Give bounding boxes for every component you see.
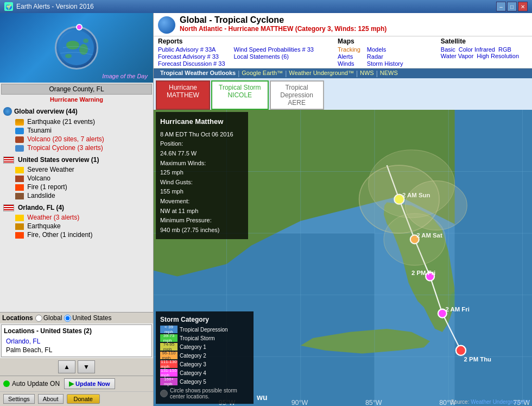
cat5-color: 166+mph <box>160 378 178 385</box>
weather-underground-link[interactable]: Weather Underground™ <box>287 70 356 77</box>
max-winds-value: 125 mph <box>160 168 244 178</box>
volcano-item[interactable]: Volcano (20 sites, 7 alerts) <box>2 135 151 143</box>
titlebar-title: Earth Alerts - Version 2016 <box>16 3 493 10</box>
position-label: Position: <box>160 139 244 149</box>
globe-area: Image of the Day <box>0 13 153 83</box>
high-resolution-link[interactable]: High Resolution <box>477 53 519 59</box>
orlando-header: Orlando, FL (4) <box>2 202 151 213</box>
us-overview-header: United States overview (1) <box>2 154 151 165</box>
image-of-day-label: Image of the Day <box>102 73 148 79</box>
tsunami-item[interactable]: Tsunami <box>2 126 151 135</box>
tropical-cyclone-item[interactable]: Tropical Cyclone (3 alerts) <box>2 143 151 152</box>
source-link[interactable]: Weather Underground™ <box>471 399 530 405</box>
forecast-advisory-link[interactable]: Forecast Advisory # 33 <box>158 53 225 60</box>
fire-item[interactable]: Fire (1 report) <box>2 183 151 191</box>
location-indicator <box>76 24 83 30</box>
legend-item-cat5: 166+mph Category 5 <box>160 378 249 385</box>
left-panel: Image of the Day Orange County, FL Hurri… <box>0 13 154 406</box>
warning-bar: Hurricane Warning <box>0 96 153 103</box>
top-header: Global - Tropical Cyclone North Atlantic… <box>154 13 532 36</box>
cat1-color: 74-95mph <box>160 343 178 351</box>
public-advisory-link[interactable]: Public Advisory # 33A <box>158 46 225 53</box>
bottom-controls: Auto Update ON ▶ Update Now <box>0 376 153 391</box>
google-earth-link[interactable]: Google Earth™ <box>239 70 285 77</box>
global-radio-option[interactable]: Global <box>35 314 62 322</box>
maps-col1: Tracking Alerts Winds <box>338 46 360 67</box>
nicole-tab-label: Tropical Storm NICOLE <box>219 84 261 99</box>
main-container: Image of the Day Orange County, FL Hurri… <box>0 13 532 406</box>
forecast-discussion-link[interactable]: Forecast Discussion # 33 <box>158 60 225 67</box>
minimize-button[interactable]: – <box>496 2 506 11</box>
storm-history-link[interactable]: Storm History <box>367 60 403 67</box>
locations-tab-bar: Locations Global United States <box>0 312 153 323</box>
close-button[interactable]: ✕ <box>518 2 528 11</box>
settings-button[interactable]: Settings <box>3 394 35 404</box>
news-link[interactable]: NEWS <box>378 70 400 77</box>
svg-point-1 <box>66 41 79 49</box>
play-icon: ▶ <box>69 380 74 388</box>
palm-beach-item[interactable]: Palm Beach, FL <box>4 346 149 354</box>
globe-icon <box>3 107 12 116</box>
water-vapor-link[interactable]: Water Vapor <box>441 53 474 59</box>
legend-item-cat1: 74-95mph Category 1 <box>160 343 249 351</box>
us-radio[interactable] <box>64 315 71 322</box>
svg-text:2 AM Fri: 2 AM Fri <box>446 306 470 313</box>
global-radio[interactable] <box>35 315 42 322</box>
hurricane-matthew-tab[interactable]: Hurricane MATTHEW <box>156 80 210 110</box>
reports-links: Public Advisory # 33A Forecast Advisory … <box>158 46 225 67</box>
nws-link[interactable]: NWS <box>358 70 376 77</box>
tropical-depression-aere-tab[interactable]: Tropical Depression AERE <box>270 80 324 110</box>
orlando-earthquake-item[interactable]: Earthquake <box>2 222 151 230</box>
titlebar: 🌍 Earth Alerts - Version 2016 – □ ✕ <box>0 0 532 13</box>
nav-down-button[interactable]: ▼ <box>78 360 95 373</box>
models-link[interactable]: Models <box>367 46 403 53</box>
global-overview-header: Global overview (44) <box>2 105 151 117</box>
donate-button[interactable]: Donate <box>67 394 100 404</box>
legend-circle-icon <box>160 390 168 397</box>
fire-other-item[interactable]: Fire, Other (1 incident) <box>2 230 151 239</box>
tropical-outlooks-link[interactable]: Tropical Weather Outlooks <box>158 70 238 77</box>
us-option-label: United States <box>72 314 111 322</box>
weather-alerts-item[interactable]: Weather (3 alerts) <box>2 213 151 222</box>
external-links-bar: Tropical Weather Outlooks | Google Earth… <box>154 68 532 78</box>
update-now-button[interactable]: ▶ Update Now <box>64 378 115 389</box>
tracking-link[interactable]: Tracking <box>338 46 360 53</box>
earthquake-item[interactable]: Earthquake (21 events) <box>2 117 151 126</box>
svg-point-3 <box>65 54 72 58</box>
hurricane-tab-label: Hurricane MATTHEW <box>163 84 202 99</box>
map-area[interactable]: 35°N 30°N 25°N 20°N 95°W 90°W 85°W 80°W … <box>154 110 532 406</box>
landslide-item[interactable]: Landslide <box>2 191 151 200</box>
app-icon: 🌍 <box>4 2 13 11</box>
nav-arrows: ▲ ▼ <box>0 358 153 376</box>
nav-up-button[interactable]: ▲ <box>58 360 75 373</box>
local-statements-link[interactable]: Local Statements (6) <box>234 53 314 60</box>
radar-link[interactable]: Radar <box>367 53 403 60</box>
header-subtitle: North Atlantic - Hurricane MATTHEW (Cate… <box>180 25 528 33</box>
winds-link[interactable]: Winds <box>338 60 360 67</box>
rgb-link[interactable]: RGB <box>498 46 511 53</box>
maps-label: Maps <box>338 38 426 45</box>
position-value: 24.6N 77.5 W <box>160 149 244 159</box>
tropical-storm-nicole-tab[interactable]: Tropical Storm NICOLE <box>211 80 269 110</box>
header-text: Global - Tropical Cyclone North Atlantic… <box>180 15 528 33</box>
storm-info-box: Hurricane Matthew 8 AM EDT Thu Oct 06 20… <box>156 112 248 239</box>
severe-weather-item[interactable]: Severe Weather <box>2 165 151 174</box>
wind-gusts-value: 155 mph <box>160 187 244 197</box>
svg-text:90°W: 90°W <box>292 399 308 406</box>
orlando-label: Orlando, FL (4) <box>18 204 64 211</box>
color-infrared-link[interactable]: Color Infrared <box>459 46 495 53</box>
orlando-location-item[interactable]: Orlando, FL <box>4 337 149 346</box>
svg-point-4 <box>83 39 88 43</box>
about-button[interactable]: About <box>38 394 64 404</box>
alerts-link[interactable]: Alerts <box>338 53 360 60</box>
settings-row: Settings About Donate <box>0 391 153 406</box>
location-bar[interactable]: Orange County, FL <box>1 84 152 95</box>
wind-speed-link[interactable]: Wind Speed Probabilities # 33 <box>234 46 314 53</box>
maximize-button[interactable]: □ <box>507 2 517 11</box>
us-radio-option[interactable]: United States <box>64 314 111 322</box>
basic-link[interactable]: Basic <box>441 46 455 53</box>
legend-item-td: < 39mph Tropical Depression <box>160 326 249 333</box>
us-volcano-item[interactable]: Volcano <box>2 174 151 183</box>
globe-image[interactable] <box>55 26 98 70</box>
legend-item-cat3: 111-130mph Category 3 <box>160 360 249 368</box>
